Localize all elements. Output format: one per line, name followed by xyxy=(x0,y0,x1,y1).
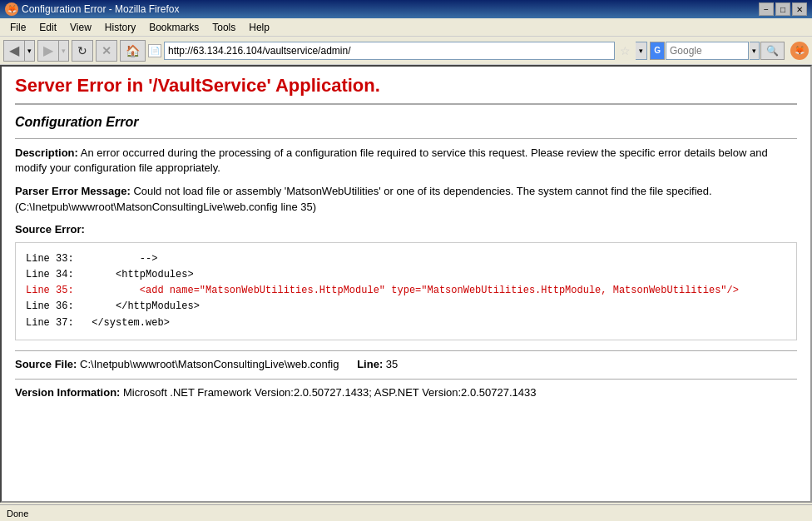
source-code-box: Line 33: --> Line 34: <httpModules> Line… xyxy=(15,242,797,340)
parser-label: Parser Error Message: xyxy=(15,185,131,197)
window-title: Configuration Error - Mozilla Firefox xyxy=(22,3,179,15)
maximize-button[interactable]: □ xyxy=(775,2,790,16)
back-button[interactable]: ◀ xyxy=(3,40,25,62)
firefox-nav-icon: 🦊 xyxy=(790,42,809,60)
page-title: Server Error in '/VaultService' Applicat… xyxy=(15,75,797,105)
menu-view[interactable]: View xyxy=(63,20,98,35)
url-bar: 📄 ☆ ▾ xyxy=(148,42,647,60)
code-line-4: Line 36: </httpModules> xyxy=(26,299,786,315)
menu-edit[interactable]: Edit xyxy=(32,20,63,35)
source-file-value: C:\Inetpub\wwwroot\MatsonConsultingLive\… xyxy=(80,358,339,370)
menu-help[interactable]: Help xyxy=(242,20,276,35)
source-error-label: Source Error: xyxy=(15,223,797,236)
version-block: Version Information: Microsoft .NET Fram… xyxy=(15,386,797,399)
title-bar: 🦊 Configuration Error - Mozilla Firefox … xyxy=(0,0,812,18)
back-dropdown[interactable]: ▾ xyxy=(25,40,35,62)
menu-bar: File Edit View History Bookmarks Tools H… xyxy=(0,18,812,37)
close-button[interactable]: ✕ xyxy=(792,2,807,16)
menu-history[interactable]: History xyxy=(98,20,142,35)
code-line-1: Line 33: --> xyxy=(26,251,786,267)
description-text: An error occurred during the processing … xyxy=(15,146,768,174)
description-block: Description: An error occurred during th… xyxy=(15,146,797,176)
menu-tools[interactable]: Tools xyxy=(205,20,242,35)
version-text: Microsoft .NET Framework Version:2.0.507… xyxy=(123,386,536,399)
stop-button[interactable]: ✕ xyxy=(96,40,117,62)
back-nav: ◀ ▾ xyxy=(3,40,35,62)
section-heading: Configuration Error xyxy=(15,115,797,130)
code-line-2: Line 34: <httpModules> xyxy=(26,267,786,283)
google-icon: G xyxy=(650,42,665,60)
source-line-value: 35 xyxy=(386,358,398,370)
search-input[interactable] xyxy=(666,42,749,60)
page-body: Server Error in '/VaultService' Applicat… xyxy=(2,67,810,407)
reload-button[interactable]: ↻ xyxy=(72,40,93,62)
forward-nav: ▶ ▾ xyxy=(37,40,69,62)
source-file-label: Source File: xyxy=(15,358,77,370)
search-bar: G ▾ 🔍 xyxy=(650,42,785,60)
forward-button[interactable]: ▶ xyxy=(37,40,59,62)
forward-dropdown[interactable]: ▾ xyxy=(59,40,69,62)
version-label: Version Information: xyxy=(15,386,120,399)
parser-block: Parser Error Message: Could not load fil… xyxy=(15,184,797,214)
firefox-icon: 🦊 xyxy=(5,2,18,16)
source-line-label: Line: xyxy=(357,358,383,370)
source-file-block: Source File: C:\Inetpub\wwwroot\MatsonCo… xyxy=(15,358,797,370)
search-go-button[interactable]: 🔍 xyxy=(760,42,785,60)
minimize-button[interactable]: − xyxy=(759,2,774,16)
menu-bookmarks[interactable]: Bookmarks xyxy=(142,20,205,35)
code-line-3: Line 35: <add name="MatsonWebUtilities.H… xyxy=(26,283,786,299)
url-dropdown[interactable]: ▾ xyxy=(636,42,647,60)
page-icon: 📄 xyxy=(148,44,161,57)
url-input[interactable] xyxy=(164,42,615,60)
code-line-5: Line 37: </system.web> xyxy=(26,315,786,331)
description-label: Description: xyxy=(15,146,78,159)
search-dropdown[interactable]: ▾ xyxy=(750,42,760,60)
bookmark-star-icon[interactable]: ☆ xyxy=(617,44,633,57)
title-bar-controls: − □ ✕ xyxy=(759,2,807,16)
divider-3 xyxy=(15,379,797,380)
title-bar-left: 🦊 Configuration Error - Mozilla Firefox xyxy=(5,2,179,16)
divider-2 xyxy=(15,350,797,351)
browser-content: Server Error in '/VaultService' Applicat… xyxy=(0,65,812,503)
home-button[interactable]: 🏠 xyxy=(120,40,146,62)
nav-bar: ◀ ▾ ▶ ▾ ↻ ✕ 🏠 📄 ☆ ▾ G ▾ 🔍 🦊 xyxy=(0,37,812,65)
divider-1 xyxy=(15,138,797,139)
menu-file[interactable]: File xyxy=(3,20,32,35)
